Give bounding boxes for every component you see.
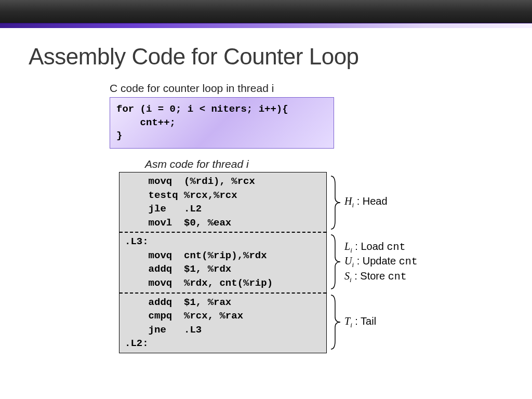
anno-body-row: Li : Load cnt Ui : Update cnt Si : Store… bbox=[330, 233, 418, 291]
anno-store-obj: cnt bbox=[388, 271, 407, 283]
brace-icon bbox=[330, 233, 341, 291]
anno-head-row: Hi : Head bbox=[330, 174, 418, 231]
asm-code-box: movq (%rdi), %rcx testq %rcx,%rcx jle .L… bbox=[119, 172, 327, 353]
asm-tail: addq $1, %rax cmpq %rcx, %rax jne .L3 .L… bbox=[119, 292, 326, 353]
anno-store-label: Si : Store cnt bbox=[344, 270, 418, 284]
slide-body: Assembly Code for Counter Loop C code fo… bbox=[0, 28, 532, 358]
anno-head-sub: i bbox=[352, 201, 354, 209]
accent-bar bbox=[0, 23, 532, 28]
top-bar bbox=[0, 0, 532, 23]
anno-store-verb: Store bbox=[360, 270, 385, 282]
annotations: Hi : Head Li : Load cnt Ui : Update cnt bbox=[327, 172, 418, 353]
asm-wrap: movq (%rdi), %rcx testq %rcx,%rcx jle .L… bbox=[119, 172, 506, 353]
brace-icon bbox=[330, 293, 341, 351]
anno-store-sym: S bbox=[344, 270, 350, 282]
anno-tail-label: Ti : Tail bbox=[344, 315, 376, 329]
anno-tail-desc: Tail bbox=[361, 315, 376, 327]
asm-caption: Asm code for thread i bbox=[145, 158, 506, 170]
anno-update-verb: Update bbox=[363, 255, 396, 267]
anno-body-labels: Li : Load cnt Ui : Update cnt Si : Store… bbox=[342, 240, 418, 284]
c-code-caption: C code for counter loop in thread i bbox=[110, 82, 506, 95]
anno-head-label: Hi : Head bbox=[344, 195, 388, 209]
anno-update-sub: i bbox=[352, 261, 354, 269]
anno-update-obj: cnt bbox=[399, 256, 418, 268]
slide-title: Assembly Code for Counter Loop bbox=[29, 44, 506, 70]
anno-update-label: Ui : Update cnt bbox=[344, 255, 418, 269]
anno-tail-sym: T bbox=[344, 315, 350, 327]
anno-head-desc: Head bbox=[363, 195, 388, 207]
anno-load-sub: i bbox=[350, 246, 352, 254]
asm-body: .L3: movq cnt(%rip),%rdx addq $1, %rdx m… bbox=[119, 232, 326, 292]
anno-load-label: Li : Load cnt bbox=[344, 240, 418, 255]
c-code-box: for (i = 0; i < niters; i++){ cnt++; } bbox=[110, 97, 334, 149]
anno-store-sub: i bbox=[350, 276, 352, 284]
anno-tail-row: Ti : Tail bbox=[330, 293, 418, 351]
anno-tail-sub: i bbox=[350, 321, 352, 329]
anno-head-sym: H bbox=[344, 195, 352, 207]
anno-update-sym: U bbox=[344, 255, 352, 267]
anno-load-verb: Load bbox=[361, 241, 384, 252]
anno-load-obj: cnt bbox=[387, 241, 405, 253]
anno-load-sym: L bbox=[344, 241, 350, 252]
brace-icon bbox=[330, 174, 341, 231]
asm-head: movq (%rdi), %rcx testq %rcx,%rcx jle .L… bbox=[119, 172, 326, 232]
